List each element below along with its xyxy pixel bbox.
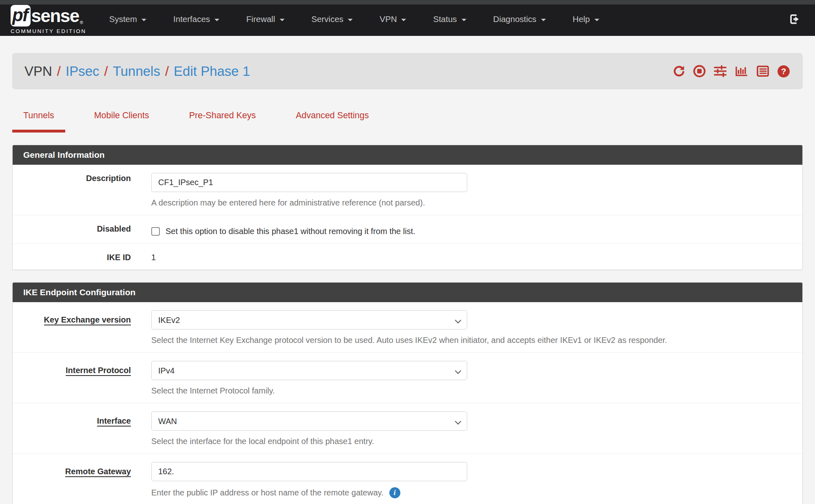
chevron-down-icon	[348, 19, 353, 21]
refresh-icon[interactable]	[672, 64, 686, 78]
ike-id-label: IKE ID	[13, 252, 151, 262]
breadcrumb-current-page[interactable]: Edit Phase 1	[174, 64, 250, 79]
chevron-down-icon	[541, 19, 546, 21]
tab-pre-shared-keys[interactable]: Pre-Shared Keys	[178, 111, 267, 133]
help-icon[interactable]: ?	[777, 64, 791, 78]
tab-advanced-settings[interactable]: Advanced Settings	[285, 111, 380, 133]
stop-circle-icon[interactable]	[693, 64, 706, 78]
tab-bar: Tunnels Mobile Clients Pre-Shared Keys A…	[12, 111, 803, 133]
breadcrumb-link-ipsec[interactable]: IPsec	[66, 64, 99, 79]
menu-item-status[interactable]: Status	[433, 14, 466, 24]
internet-protocol-help: Select the Internet Protocol family.	[151, 386, 792, 396]
chevron-down-icon	[462, 19, 466, 21]
internet-protocol-row: Internet Protocol IPv4 Select the Intern…	[13, 353, 802, 403]
menu-item-interfaces[interactable]: Interfaces	[173, 14, 219, 24]
breadcrumb-bar: VPN / IPsec / Tunnels / Edit Phase 1	[12, 53, 803, 89]
section-title: General Information	[13, 145, 802, 165]
description-row: Description A description may be entered…	[13, 165, 802, 215]
menu-item-services[interactable]: Services	[311, 14, 353, 24]
internet-protocol-select[interactable]: IPv4	[151, 361, 467, 380]
list-icon[interactable]	[756, 64, 770, 78]
disabled-label: Disabled	[13, 223, 151, 236]
main-menu: System Interfaces Firewall Services VPN …	[109, 14, 626, 24]
menu-label: Status	[433, 14, 457, 24]
tab-tunnels[interactable]: Tunnels	[12, 111, 65, 133]
breadcrumb-root: VPN	[24, 64, 52, 79]
chevron-down-icon	[594, 19, 599, 21]
menu-label: VPN	[380, 14, 397, 24]
remote-gateway-input[interactable]	[151, 462, 467, 481]
menu-label: Diagnostics	[493, 14, 537, 24]
bar-chart-icon[interactable]	[734, 64, 749, 78]
breadcrumb-link-tunnels[interactable]: Tunnels	[113, 64, 160, 79]
description-input[interactable]	[151, 173, 467, 192]
menu-label: Firewall	[246, 14, 275, 24]
remote-gateway-label: Remote Gateway	[13, 462, 151, 498]
ike-id-row: IKE ID 1	[13, 244, 802, 270]
chevron-down-icon	[214, 19, 219, 21]
chevron-down-icon	[280, 19, 285, 21]
menu-label: Help	[573, 14, 590, 24]
disabled-row: Disabled Set this option to disable this…	[13, 215, 802, 244]
info-icon[interactable]: i	[389, 487, 400, 498]
ike-id-value: 1	[151, 252, 792, 262]
chevron-down-icon	[141, 19, 146, 21]
interface-select[interactable]: WAN	[151, 411, 467, 431]
key-exchange-label: Key Exchange version	[13, 310, 151, 345]
menu-item-firewall[interactable]: Firewall	[246, 14, 285, 24]
menu-item-diagnostics[interactable]: Diagnostics	[493, 14, 546, 24]
sliders-icon[interactable]	[713, 64, 727, 78]
section-title: IKE Endpoint Configuration	[13, 283, 802, 302]
breadcrumb-separator: /	[165, 64, 169, 79]
page-action-icons: ?	[672, 64, 791, 78]
chevron-down-icon	[401, 19, 406, 21]
logo-subtitle: COMMUNITY EDITION	[11, 28, 86, 34]
menu-item-vpn[interactable]: VPN	[380, 14, 406, 24]
interface-help: Select the interface for the local endpo…	[151, 437, 792, 446]
description-help: A description may be entered here for ad…	[151, 198, 792, 208]
menu-label: System	[109, 14, 137, 24]
remote-gateway-help: Enter the public IP address or host name…	[151, 488, 384, 497]
breadcrumb: VPN / IPsec / Tunnels / Edit Phase 1	[24, 64, 250, 79]
general-information-panel: General Information Description A descri…	[12, 145, 803, 270]
sign-out-icon[interactable]	[788, 13, 801, 26]
pfsense-logo[interactable]: pf sense ® COMMUNITY EDITION	[11, 5, 86, 34]
svg-text:?: ?	[781, 66, 786, 76]
key-exchange-select[interactable]: IKEv2	[151, 310, 467, 329]
logo-sense-text: sense	[31, 7, 79, 25]
menu-label: Interfaces	[173, 14, 210, 24]
interface-row: Interface WAN Select the interface for t…	[13, 403, 802, 454]
disabled-checkbox-label: Set this option to disable this phase1 w…	[166, 227, 415, 236]
breadcrumb-separator: /	[57, 64, 61, 79]
menu-label: Services	[311, 14, 344, 24]
ike-endpoint-panel: IKE Endpoint Configuration Key Exchange …	[12, 282, 803, 504]
tab-mobile-clients[interactable]: Mobile Clients	[83, 111, 160, 133]
disabled-checkbox[interactable]	[151, 227, 160, 236]
key-exchange-help: Select the Internet Key Exchange protoco…	[151, 336, 792, 345]
menu-item-help[interactable]: Help	[573, 14, 599, 24]
description-label: Description	[13, 173, 151, 208]
top-navbar: pf sense ® COMMUNITY EDITION System Inte…	[0, 0, 815, 36]
key-exchange-row: Key Exchange version IKEv2 Select the In…	[13, 302, 802, 353]
menu-item-system[interactable]: System	[109, 14, 146, 24]
registered-mark: ®	[80, 20, 83, 25]
internet-protocol-label: Internet Protocol	[13, 361, 151, 396]
remote-gateway-row: Remote Gateway Enter the public IP addre…	[13, 454, 802, 504]
breadcrumb-separator: /	[104, 64, 108, 79]
interface-label: Interface	[13, 411, 151, 446]
logo-pf-mark: pf	[11, 5, 31, 27]
